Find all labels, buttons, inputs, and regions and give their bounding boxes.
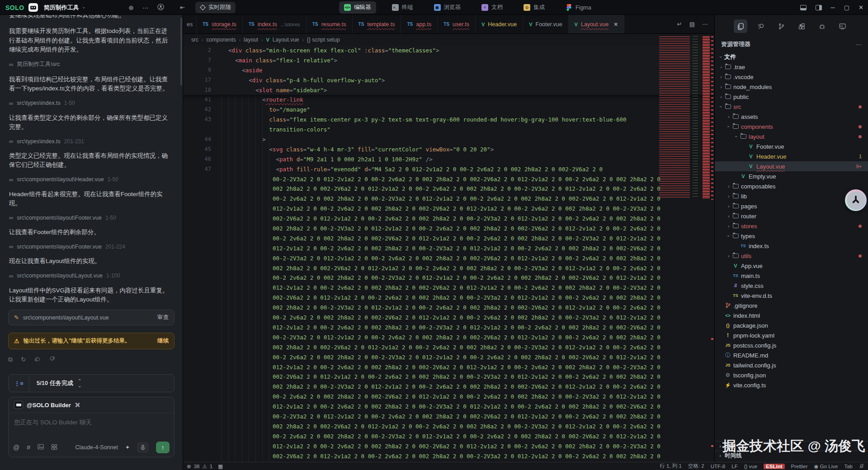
file-reference-link[interactable]: ∞src\types\index.ts1-50 (9, 100, 171, 107)
trae-assistant-bubble[interactable] (845, 189, 867, 211)
tools-icon[interactable] (75, 402, 80, 408)
explorer-more-icon[interactable]: ⋯ (856, 41, 862, 48)
edited-file-box[interactable]: ✎ src\components\layout\Layout.vue 审查 (8, 310, 175, 325)
agent-name[interactable]: @SOLO Builder (27, 402, 71, 409)
tree-item-package.json[interactable]: {}package.json (715, 320, 868, 330)
editor-tab-user.ts[interactable]: TSuser.ts (438, 15, 476, 33)
problems-summary[interactable]: ⊗ 38 ⚠ 1 ▦ (187, 463, 223, 470)
breadcrumb-item[interactable]: layout (244, 37, 258, 43)
open-preview-icon[interactable]: ▤ (689, 21, 695, 28)
tree-item-vite-env.d.ts[interactable]: TSvite-env.d.ts (715, 291, 868, 301)
new-session-icon[interactable]: ⊕ (128, 4, 134, 11)
extensions-icon[interactable] (795, 19, 808, 33)
bell-slash-icon[interactable] (859, 463, 864, 470)
editor-tab-Layout.vue[interactable]: VLayout.vue✕ (569, 15, 625, 33)
workspace-tab-浏览器[interactable]: ▣浏览器 (429, 1, 466, 14)
tree-item-types[interactable]: ›types (715, 231, 868, 241)
breadcrumb-item[interactable]: src (191, 37, 198, 43)
chevron-right-icon[interactable]: › (726, 213, 731, 219)
chevron-right-icon[interactable]: › (726, 203, 731, 209)
mic-button[interactable] (137, 442, 149, 453)
chevron-down-icon[interactable]: › (81, 7, 87, 9)
file-reference-link[interactable]: ∞src\components\layout\Header.vue1-50 (9, 176, 171, 183)
editor-tab-partial[interactable]: es (183, 15, 197, 33)
account-icon[interactable] (157, 4, 164, 12)
chevron-right-icon[interactable]: › (726, 253, 731, 258)
tree-item-Empty.vue[interactable]: VEmpty.vue (715, 171, 868, 181)
copy-icon[interactable]: ⧉ (8, 356, 13, 363)
editor-tab-app.ts[interactable]: TSapp.ts (401, 15, 438, 33)
chevron-down-icon[interactable]: › (726, 124, 731, 129)
code-area[interactable]: 2<div class="min-h-screen flex flex-col"… (183, 46, 714, 462)
expand-tasks-icon[interactable]: ⌃⌄ (78, 378, 81, 388)
breadcrumb-symbol[interactable]: {} script setup (307, 37, 340, 43)
chevron-right-icon[interactable]: › (726, 193, 731, 199)
image-icon[interactable] (38, 444, 44, 451)
tree-item-utils[interactable]: ›utils (715, 251, 868, 261)
status-item--2[interactable]: 空格: 2 (688, 463, 704, 470)
editor-tab-Header.vue[interactable]: VHeader.vue (476, 15, 523, 33)
editor-tab-index.ts[interactable]: TSindex.ts...\stores (243, 15, 307, 33)
minimize-button[interactable]: ─ (831, 4, 835, 11)
status-item--go-live[interactable]: ◉ Go Live (814, 463, 838, 470)
tree-item-src[interactable]: ›src (715, 102, 868, 112)
breadcrumb-file[interactable]: Layout.vue (273, 37, 299, 43)
files-icon[interactable] (734, 19, 747, 33)
chevron-down-icon[interactable]: › (726, 233, 731, 239)
tree-item-文件[interactable]: ›文件 (715, 52, 868, 62)
model-selector[interactable]: Claude-4-Sonnet (75, 444, 118, 451)
send-button[interactable]: ↑ (156, 442, 170, 453)
breadcrumb-item[interactable]: components (206, 37, 236, 43)
chat-input-placeholder[interactable]: 您正在与 SOLO Builder 聊天 (9, 413, 174, 432)
tree-item-router[interactable]: ›router (715, 211, 868, 221)
editor-tab-Footer.vue[interactable]: VFooter.vue (523, 15, 568, 33)
tree-item-Layout.vue[interactable]: VLayout.vue9+ (715, 161, 868, 171)
more-icon[interactable]: ⋯ (142, 4, 149, 11)
chevron-down-icon[interactable]: › (718, 54, 724, 60)
tree-item-index.ts[interactable]: TSindex.ts (715, 241, 868, 251)
status-item-prettier[interactable]: Prettier (791, 464, 808, 469)
breadcrumb[interactable]: src›components›layout›VLayout.vue›{} scr… (183, 34, 714, 46)
tree-item-components[interactable]: ›components (715, 122, 868, 132)
chevron-right-icon[interactable]: › (718, 84, 724, 89)
chat-input-box[interactable]: @SOLO Builder 您正在与 SOLO Builder 聊天 @ # C… (8, 397, 175, 457)
mention-icon[interactable]: @ (13, 444, 19, 451)
source-control-icon[interactable] (774, 19, 788, 33)
collapse-left-icon[interactable]: ⇤ (180, 4, 185, 11)
chevron-right-icon[interactable]: › (726, 223, 731, 229)
regenerate-icon[interactable]: ↻ (21, 356, 26, 363)
file-reference-link[interactable]: ∞src\components\layout\Footer.vue1-50 (9, 214, 171, 221)
status-item-tab[interactable]: Tab (844, 464, 853, 469)
tree-item-postcss.config.js[interactable]: JSpostcss.config.js (715, 340, 868, 350)
workspace-tab-编辑器[interactable]: </>编辑器 (339, 1, 376, 14)
chevron-right-icon[interactable]: › (718, 64, 724, 70)
hash-icon[interactable]: # (27, 444, 30, 451)
project-name[interactable]: 简历制作工具 (44, 4, 79, 12)
tree-item-stores[interactable]: ›stores (715, 221, 868, 231)
tree-item-style.css[interactable]: #style.css (715, 281, 868, 291)
word-wrap-icon[interactable]: ↵ (677, 21, 682, 28)
chevron-right-icon[interactable]: › (726, 183, 731, 189)
tree-item-README.md[interactable]: ⓘREADME.md (715, 350, 868, 360)
chevron-right-icon[interactable]: › (726, 114, 731, 119)
debug-icon[interactable] (815, 19, 829, 33)
tree-item-Footer.vue[interactable]: VFooter.vue (715, 141, 868, 151)
tree-item-Header.vue[interactable]: VHeader.vue1 (715, 151, 868, 161)
tree-item-composables[interactable]: ›composables (715, 181, 868, 191)
close-icon[interactable]: ✕ (613, 21, 618, 28)
tree-item-main.ts[interactable]: TSmain.ts (715, 271, 868, 281)
workspace-tab-Figma[interactable]: Figma (561, 2, 596, 13)
thumbs-down-icon[interactable] (49, 356, 55, 363)
tree-item-public[interactable]: ›public (715, 92, 868, 102)
tree-item-tailwind.config.js[interactable]: JStailwind.config.js (715, 360, 868, 370)
thumbs-up-icon[interactable] (34, 356, 41, 363)
tree-item-assets[interactable]: ›assets (715, 112, 868, 122)
tree-item-App.vue[interactable]: VApp.vue (715, 261, 868, 271)
tree-item-.gitignore[interactable]: .gitignore (715, 301, 868, 310)
more-actions-icon[interactable]: ⋯ (702, 21, 708, 28)
toggle-bottom-panel-icon[interactable] (800, 5, 807, 10)
tree-item-pnpm-lock.yaml[interactable]: !pnpm-lock.yaml (715, 330, 868, 340)
status-item--1-1[interactable]: 行 1, 列 1 (660, 463, 682, 470)
tree-item-layout[interactable]: ›layout (715, 132, 868, 141)
workspace-tab-集成[interactable]: ◇集成 (519, 1, 550, 14)
